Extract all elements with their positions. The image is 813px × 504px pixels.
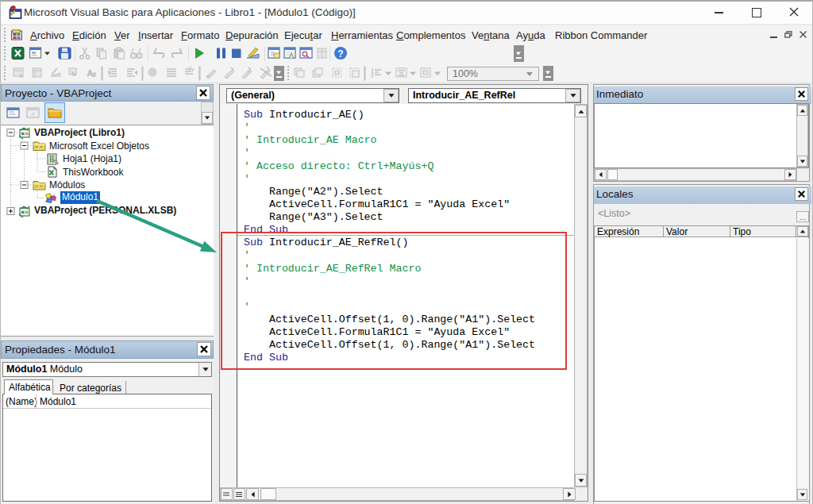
svg-text:Az: Az (87, 69, 96, 78)
svg-text:?: ? (337, 48, 343, 60)
